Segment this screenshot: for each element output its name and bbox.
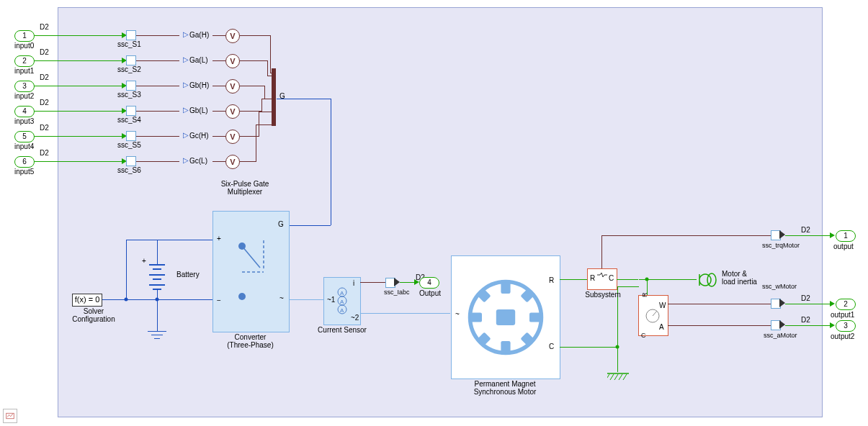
svg-rect-14 [471, 312, 482, 322]
battery-label: Battery [176, 271, 200, 278]
simulink-ps-converter-4[interactable] [126, 106, 136, 116]
converter-three-phase[interactable]: + − G ~ [212, 211, 290, 332]
svg-line-23 [653, 311, 657, 316]
simulink-ps-converter-2[interactable] [126, 55, 136, 65]
svg-line-29 [623, 374, 627, 380]
mechanical-rotational-reference[interactable] [607, 372, 629, 383]
voltage-source-2[interactable]: V [225, 54, 240, 68]
svg-line-26 [610, 374, 614, 380]
svg-line-28 [619, 374, 622, 380]
simulink-ps-converter-5[interactable] [126, 131, 136, 141]
sig-label-1: ssc_S1 [117, 40, 141, 48]
input-port-6[interactable]: 6 [14, 156, 35, 168]
svg-rect-13 [501, 341, 510, 352]
inport-tag-1: D2 [40, 23, 49, 31]
electrical-reference[interactable] [148, 331, 166, 345]
inport-label-2: input1 [14, 67, 34, 75]
voltage-source-6[interactable]: V [225, 155, 240, 169]
gate-label-1: Ga(H) [189, 31, 209, 39]
svg-line-25 [607, 374, 609, 380]
motor-load-inertia[interactable] [697, 272, 717, 288]
output-port-4[interactable]: 4 [419, 277, 439, 289]
svg-point-21 [707, 273, 716, 286]
subsystem-block[interactable]: R C [587, 268, 617, 290]
voltage-source-5[interactable]: V [225, 130, 240, 144]
voltage-source-3[interactable]: V [225, 79, 240, 94]
svg-text:A: A [340, 307, 344, 314]
current-sensor[interactable]: ~1 ~2 i A A A [323, 277, 361, 325]
gate-label-2: Ga(L) [189, 56, 208, 64]
input-port-5[interactable]: 5 [14, 131, 35, 142]
subsystem-label: Subsystem [583, 291, 622, 299]
simulink-ps-converter-3[interactable] [126, 81, 136, 91]
solver-config-label: Solver Configuration [61, 307, 126, 323]
output-port-2[interactable]: 2 [836, 299, 856, 310]
ideal-rotational-motion-sensor[interactable]: R W A C [638, 295, 668, 336]
mux-label: Six-Pulse Gate Multiplexer [209, 180, 281, 196]
svg-point-1 [238, 293, 246, 300]
inport-label-1: input0 [14, 42, 34, 50]
input-port-1[interactable]: 1 [14, 30, 35, 42]
solver-configuration[interactable]: f(x) = 0 [72, 294, 102, 307]
input-port-4[interactable]: 4 [14, 106, 35, 117]
battery-block[interactable]: + [146, 255, 168, 299]
input-port-3[interactable]: 3 [14, 81, 35, 92]
simulink-ps-converter-6[interactable] [126, 156, 136, 166]
input-port-2[interactable]: 2 [14, 55, 35, 67]
svg-line-2 [242, 246, 260, 268]
voltage-source-1[interactable]: V [225, 29, 240, 43]
model-panel [58, 7, 823, 417]
svg-rect-15 [529, 312, 540, 322]
pmsm-label: Permanent Magnet Synchronous Motor [451, 380, 559, 396]
svg-rect-20 [496, 309, 515, 325]
simulink-ps-converter-1[interactable] [126, 30, 136, 40]
svg-text:A: A [340, 299, 344, 305]
current-sensor-label: Current Sensor [310, 326, 375, 334]
inport-tag-2: D2 [40, 48, 49, 56]
svg-text:A: A [340, 290, 344, 296]
six-pulse-gate-multiplexer[interactable] [272, 68, 276, 126]
svg-rect-12 [501, 283, 510, 294]
converter-label: Converter (Three-Phase) [212, 333, 288, 349]
pmsm-block[interactable]: ~ R C [451, 255, 560, 379]
output-port-1[interactable]: 1 [836, 230, 856, 242]
inertia-label: Motor & load inertia [722, 270, 757, 286]
voltage-source-4[interactable]: V [225, 104, 240, 119]
svg-line-27 [614, 374, 618, 380]
model-badge-icon [3, 409, 17, 423]
sig-label-2: ssc_S2 [117, 65, 141, 73]
output-port-3[interactable]: 3 [836, 320, 856, 332]
